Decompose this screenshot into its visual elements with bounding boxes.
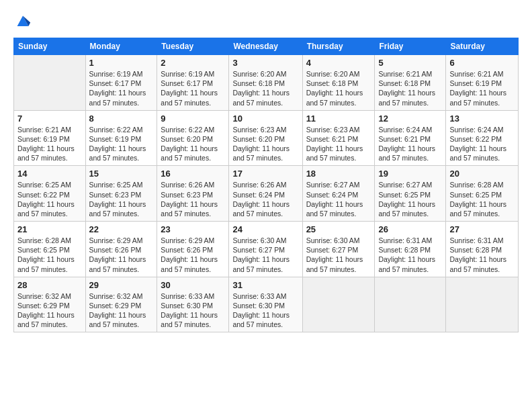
day-detail: Sunrise: 6:31 AM Sunset: 6:28 PM Dayligh… bbox=[378, 236, 442, 274]
day-detail: Sunrise: 6:21 AM Sunset: 6:18 PM Dayligh… bbox=[378, 69, 442, 107]
weekday-header: Sunday bbox=[14, 38, 86, 55]
logo bbox=[13, 12, 34, 31]
calendar-cell: 29Sunrise: 6:32 AM Sunset: 6:29 PM Dayli… bbox=[85, 277, 157, 332]
day-detail: Sunrise: 6:19 AM Sunset: 6:17 PM Dayligh… bbox=[161, 69, 225, 107]
day-number: 27 bbox=[449, 224, 515, 234]
day-detail: Sunrise: 6:26 AM Sunset: 6:23 PM Dayligh… bbox=[161, 180, 225, 218]
day-detail: Sunrise: 6:21 AM Sunset: 6:19 PM Dayligh… bbox=[17, 125, 82, 163]
day-detail: Sunrise: 6:24 AM Sunset: 6:22 PM Dayligh… bbox=[449, 125, 515, 163]
day-detail: Sunrise: 6:26 AM Sunset: 6:24 PM Dayligh… bbox=[232, 180, 298, 218]
day-detail: Sunrise: 6:33 AM Sunset: 6:30 PM Dayligh… bbox=[161, 291, 225, 330]
weekday-header-row: SundayMondayTuesdayWednesdayThursdayFrid… bbox=[14, 38, 519, 55]
weekday-header: Wednesday bbox=[229, 38, 302, 55]
day-number: 20 bbox=[449, 169, 515, 179]
calendar-cell: 8Sunrise: 6:22 AM Sunset: 6:19 PM Daylig… bbox=[85, 110, 157, 166]
day-number: 5 bbox=[378, 58, 442, 68]
day-detail: Sunrise: 6:28 AM Sunset: 6:25 PM Dayligh… bbox=[17, 236, 82, 274]
day-number: 11 bbox=[306, 113, 371, 124]
day-detail: Sunrise: 6:31 AM Sunset: 6:28 PM Dayligh… bbox=[449, 236, 515, 274]
day-number: 21 bbox=[17, 224, 82, 234]
calendar-cell: 5Sunrise: 6:21 AM Sunset: 6:18 PM Daylig… bbox=[375, 55, 446, 111]
calendar-cell bbox=[302, 277, 375, 332]
day-detail: Sunrise: 6:23 AM Sunset: 6:20 PM Dayligh… bbox=[232, 125, 298, 163]
calendar-cell: 22Sunrise: 6:29 AM Sunset: 6:26 PM Dayli… bbox=[85, 222, 157, 277]
day-number: 2 bbox=[161, 58, 225, 68]
calendar-cell: 6Sunrise: 6:21 AM Sunset: 6:19 PM Daylig… bbox=[446, 55, 519, 111]
calendar-cell: 30Sunrise: 6:33 AM Sunset: 6:30 PM Dayli… bbox=[157, 277, 229, 332]
calendar-cell: 31Sunrise: 6:33 AM Sunset: 6:30 PM Dayli… bbox=[229, 277, 302, 332]
calendar-cell: 12Sunrise: 6:24 AM Sunset: 6:21 PM Dayli… bbox=[375, 110, 446, 166]
day-number: 4 bbox=[306, 58, 371, 68]
calendar-cell: 3Sunrise: 6:20 AM Sunset: 6:18 PM Daylig… bbox=[229, 55, 302, 111]
calendar-cell: 20Sunrise: 6:28 AM Sunset: 6:25 PM Dayli… bbox=[446, 166, 519, 222]
calendar-cell: 11Sunrise: 6:23 AM Sunset: 6:21 PM Dayli… bbox=[302, 110, 375, 166]
day-detail: Sunrise: 6:22 AM Sunset: 6:20 PM Dayligh… bbox=[161, 125, 225, 163]
day-number: 7 bbox=[17, 113, 82, 124]
day-detail: Sunrise: 6:21 AM Sunset: 6:19 PM Dayligh… bbox=[449, 69, 515, 107]
weekday-header: Saturday bbox=[446, 38, 519, 55]
day-detail: Sunrise: 6:32 AM Sunset: 6:29 PM Dayligh… bbox=[17, 291, 82, 330]
day-number: 30 bbox=[161, 280, 225, 290]
calendar-cell bbox=[14, 55, 86, 111]
day-number: 3 bbox=[232, 58, 298, 68]
day-detail: Sunrise: 6:27 AM Sunset: 6:25 PM Dayligh… bbox=[378, 180, 442, 218]
day-detail: Sunrise: 6:32 AM Sunset: 6:29 PM Dayligh… bbox=[89, 291, 154, 330]
logo-icon bbox=[13, 12, 32, 31]
calendar-cell bbox=[446, 277, 519, 332]
calendar-cell: 1Sunrise: 6:19 AM Sunset: 6:17 PM Daylig… bbox=[85, 55, 157, 111]
page: SundayMondayTuesdayWednesdayThursdayFrid… bbox=[0, 0, 532, 411]
day-number: 16 bbox=[161, 169, 225, 179]
calendar-cell: 15Sunrise: 6:25 AM Sunset: 6:23 PM Dayli… bbox=[85, 166, 157, 222]
day-number: 12 bbox=[378, 113, 442, 124]
calendar-week-row: 21Sunrise: 6:28 AM Sunset: 6:25 PM Dayli… bbox=[14, 222, 519, 277]
day-number: 26 bbox=[378, 224, 442, 234]
calendar-cell: 7Sunrise: 6:21 AM Sunset: 6:19 PM Daylig… bbox=[14, 110, 86, 166]
day-detail: Sunrise: 6:30 AM Sunset: 6:27 PM Dayligh… bbox=[306, 236, 371, 274]
calendar-cell: 23Sunrise: 6:29 AM Sunset: 6:26 PM Dayli… bbox=[157, 222, 229, 277]
day-number: 29 bbox=[89, 280, 154, 290]
calendar-cell: 10Sunrise: 6:23 AM Sunset: 6:20 PM Dayli… bbox=[229, 110, 302, 166]
header bbox=[13, 12, 519, 31]
day-detail: Sunrise: 6:29 AM Sunset: 6:26 PM Dayligh… bbox=[161, 236, 225, 274]
day-number: 19 bbox=[378, 169, 442, 179]
calendar-table: SundayMondayTuesdayWednesdayThursdayFrid… bbox=[13, 38, 519, 332]
day-number: 8 bbox=[89, 113, 154, 124]
day-number: 14 bbox=[17, 169, 82, 179]
day-detail: Sunrise: 6:29 AM Sunset: 6:26 PM Dayligh… bbox=[89, 236, 154, 274]
day-detail: Sunrise: 6:22 AM Sunset: 6:19 PM Dayligh… bbox=[89, 125, 154, 163]
calendar-cell: 21Sunrise: 6:28 AM Sunset: 6:25 PM Dayli… bbox=[14, 222, 86, 277]
calendar-cell: 18Sunrise: 6:27 AM Sunset: 6:24 PM Dayli… bbox=[302, 166, 375, 222]
calendar-week-row: 1Sunrise: 6:19 AM Sunset: 6:17 PM Daylig… bbox=[14, 55, 519, 111]
calendar-week-row: 7Sunrise: 6:21 AM Sunset: 6:19 PM Daylig… bbox=[14, 110, 519, 166]
calendar-cell: 19Sunrise: 6:27 AM Sunset: 6:25 PM Dayli… bbox=[375, 166, 446, 222]
day-number: 28 bbox=[17, 280, 82, 290]
calendar-cell: 14Sunrise: 6:25 AM Sunset: 6:22 PM Dayli… bbox=[14, 166, 86, 222]
weekday-header: Tuesday bbox=[157, 38, 229, 55]
calendar-cell: 17Sunrise: 6:26 AM Sunset: 6:24 PM Dayli… bbox=[229, 166, 302, 222]
day-number: 10 bbox=[232, 113, 298, 124]
day-number: 13 bbox=[449, 113, 515, 124]
calendar-cell: 9Sunrise: 6:22 AM Sunset: 6:20 PM Daylig… bbox=[157, 110, 229, 166]
day-detail: Sunrise: 6:27 AM Sunset: 6:24 PM Dayligh… bbox=[306, 180, 371, 218]
day-detail: Sunrise: 6:20 AM Sunset: 6:18 PM Dayligh… bbox=[232, 69, 298, 107]
day-detail: Sunrise: 6:28 AM Sunset: 6:25 PM Dayligh… bbox=[449, 180, 515, 218]
calendar-cell: 24Sunrise: 6:30 AM Sunset: 6:27 PM Dayli… bbox=[229, 222, 302, 277]
calendar-cell: 26Sunrise: 6:31 AM Sunset: 6:28 PM Dayli… bbox=[375, 222, 446, 277]
day-number: 15 bbox=[89, 169, 154, 179]
day-detail: Sunrise: 6:24 AM Sunset: 6:21 PM Dayligh… bbox=[378, 125, 442, 163]
day-number: 25 bbox=[306, 224, 371, 234]
day-detail: Sunrise: 6:23 AM Sunset: 6:21 PM Dayligh… bbox=[306, 125, 371, 163]
calendar-cell: 2Sunrise: 6:19 AM Sunset: 6:17 PM Daylig… bbox=[157, 55, 229, 111]
day-number: 6 bbox=[449, 58, 515, 68]
day-number: 18 bbox=[306, 169, 371, 179]
calendar-cell: 13Sunrise: 6:24 AM Sunset: 6:22 PM Dayli… bbox=[446, 110, 519, 166]
calendar-cell: 16Sunrise: 6:26 AM Sunset: 6:23 PM Dayli… bbox=[157, 166, 229, 222]
day-detail: Sunrise: 6:33 AM Sunset: 6:30 PM Dayligh… bbox=[232, 291, 298, 330]
day-number: 31 bbox=[232, 280, 298, 290]
day-detail: Sunrise: 6:20 AM Sunset: 6:18 PM Dayligh… bbox=[306, 69, 371, 107]
day-detail: Sunrise: 6:19 AM Sunset: 6:17 PM Dayligh… bbox=[89, 69, 154, 107]
day-number: 17 bbox=[232, 169, 298, 179]
weekday-header: Friday bbox=[375, 38, 446, 55]
calendar-cell: 28Sunrise: 6:32 AM Sunset: 6:29 PM Dayli… bbox=[14, 277, 86, 332]
day-number: 22 bbox=[89, 224, 154, 234]
